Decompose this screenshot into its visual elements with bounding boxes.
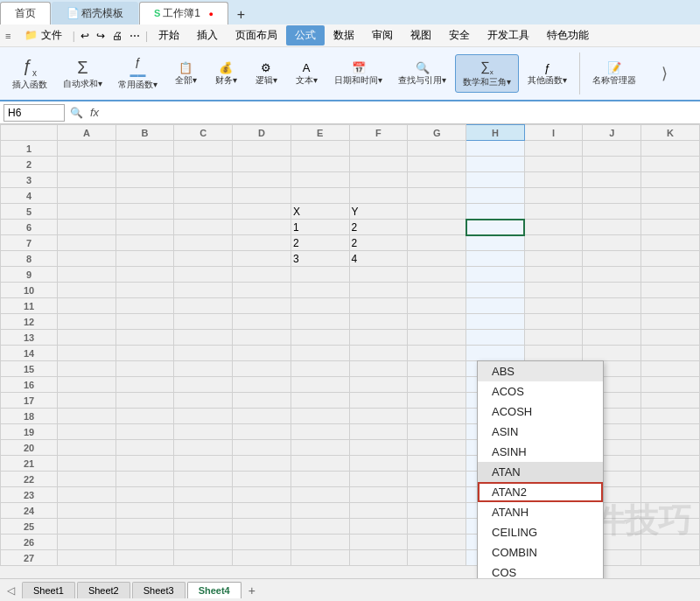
table-row[interactable] — [408, 314, 466, 330]
btn-text[interactable]: A 文本▾ — [287, 58, 326, 90]
btn-logical[interactable]: ⚙ 逻辑▾ — [247, 58, 285, 90]
table-row[interactable] — [641, 535, 700, 550]
btn-other-functions[interactable]: ƒ 其他函数▾ — [521, 58, 574, 90]
col-d[interactable]: D — [233, 125, 291, 141]
table-row[interactable] — [116, 235, 174, 251]
table-row[interactable] — [233, 424, 291, 440]
table-row[interactable] — [116, 188, 174, 204]
table-row[interactable] — [641, 503, 700, 519]
table-row[interactable] — [116, 220, 174, 235]
table-row[interactable] — [408, 503, 466, 519]
dropdown-item-asin[interactable]: ASIN — [478, 422, 603, 442]
cell-reference-input[interactable] — [4, 104, 65, 122]
table-row[interactable] — [408, 535, 466, 550]
table-row[interactable] — [466, 251, 525, 267]
table-row[interactable] — [58, 377, 116, 393]
dropdown-item-ceiling[interactable]: CEILING — [478, 522, 603, 542]
tab-add[interactable]: + — [229, 4, 253, 24]
table-row[interactable] — [58, 141, 116, 157]
table-row[interactable] — [641, 235, 700, 251]
table-row[interactable] — [290, 487, 349, 503]
table-row[interactable] — [408, 330, 466, 346]
table-row[interactable] — [116, 519, 174, 535]
sheet-tab-add[interactable]: + — [243, 582, 261, 599]
table-row[interactable] — [524, 330, 583, 346]
table-row[interactable] — [408, 267, 466, 283]
table-row[interactable] — [116, 157, 174, 172]
table-row[interactable] — [349, 141, 408, 157]
table-row[interactable]: 2 — [349, 220, 408, 235]
table-row[interactable] — [583, 251, 641, 267]
table-row[interactable] — [174, 330, 233, 346]
table-row[interactable] — [58, 172, 116, 188]
table-row[interactable] — [233, 251, 291, 267]
table-row[interactable] — [466, 204, 525, 220]
table-row[interactable] — [116, 361, 174, 377]
table-row[interactable] — [174, 172, 233, 188]
table-row[interactable]: 2 — [349, 235, 408, 251]
table-row[interactable] — [233, 503, 291, 519]
table-row[interactable] — [174, 550, 233, 566]
table-row[interactable] — [58, 267, 116, 283]
col-f[interactable]: F — [349, 125, 408, 141]
table-row[interactable] — [524, 157, 583, 172]
table-row[interactable] — [233, 346, 291, 361]
table-row[interactable] — [174, 409, 233, 424]
table-row[interactable] — [116, 503, 174, 519]
table-row[interactable] — [290, 440, 349, 456]
table-row[interactable] — [116, 409, 174, 424]
table-row[interactable] — [583, 346, 641, 361]
table-row[interactable] — [524, 346, 583, 361]
table-row[interactable] — [233, 456, 291, 472]
table-row[interactable] — [466, 235, 525, 251]
btn-more[interactable]: ⋯ — [126, 28, 144, 44]
table-row[interactable] — [58, 204, 116, 220]
table-row[interactable] — [466, 330, 525, 346]
table-row[interactable] — [290, 157, 349, 172]
col-g[interactable]: G — [408, 125, 466, 141]
table-row[interactable] — [466, 283, 525, 298]
table-row[interactable] — [524, 172, 583, 188]
dropdown-item-asinh[interactable]: ASINH — [478, 442, 603, 462]
table-row[interactable] — [408, 204, 466, 220]
table-row[interactable] — [116, 377, 174, 393]
table-row[interactable] — [290, 172, 349, 188]
table-row[interactable] — [349, 172, 408, 188]
table-row[interactable] — [349, 503, 408, 519]
table-row[interactable] — [58, 409, 116, 424]
table-row[interactable] — [524, 204, 583, 220]
table-row[interactable] — [290, 267, 349, 283]
table-row[interactable] — [408, 346, 466, 361]
table-row[interactable] — [641, 519, 700, 535]
table-row[interactable] — [583, 220, 641, 235]
menu-start[interactable]: 开始 — [150, 25, 188, 45]
table-row[interactable] — [641, 298, 700, 314]
menu-review[interactable]: 审阅 — [363, 25, 402, 45]
btn-more-options[interactable]: ⟩ — [645, 60, 683, 87]
table-row[interactable] — [233, 330, 291, 346]
table-row[interactable] — [290, 188, 349, 204]
table-row[interactable] — [58, 472, 116, 487]
table-row[interactable] — [408, 393, 466, 409]
table-row[interactable] — [408, 361, 466, 377]
table-row[interactable] — [408, 172, 466, 188]
table-row[interactable] — [641, 314, 700, 330]
table-row[interactable] — [174, 157, 233, 172]
table-row[interactable] — [524, 298, 583, 314]
table-row[interactable] — [174, 424, 233, 440]
table-row[interactable] — [641, 361, 700, 377]
table-row[interactable] — [174, 535, 233, 550]
table-row[interactable] — [583, 235, 641, 251]
sheet-tab-sheet1[interactable]: Sheet1 — [22, 582, 75, 598]
table-row[interactable] — [58, 235, 116, 251]
table-row[interactable] — [641, 141, 700, 157]
table-row[interactable] — [58, 330, 116, 346]
btn-all-functions[interactable]: 📋 全部▾ — [166, 58, 205, 90]
table-row[interactable] — [408, 283, 466, 298]
table-row[interactable] — [408, 440, 466, 456]
table-row[interactable] — [408, 251, 466, 267]
table-row[interactable] — [466, 298, 525, 314]
table-row[interactable] — [583, 141, 641, 157]
table-row[interactable] — [349, 330, 408, 346]
table-row[interactable] — [116, 346, 174, 361]
